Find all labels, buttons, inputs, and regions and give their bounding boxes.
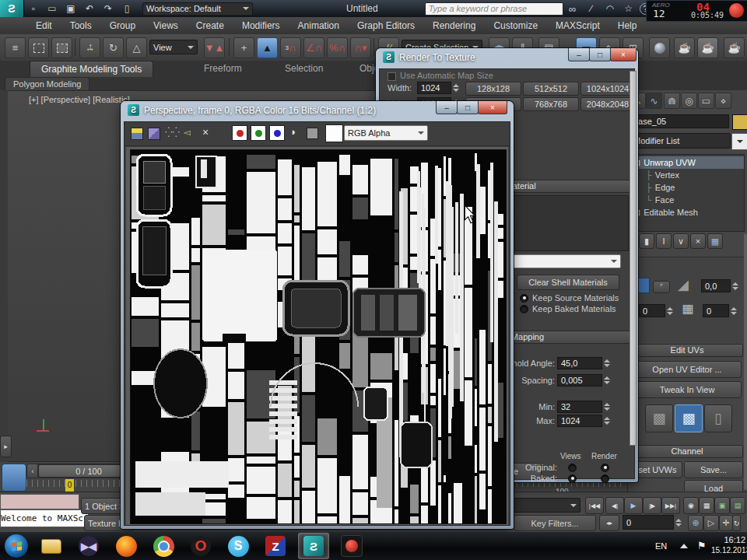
open-uv-editor-button[interactable]: Open UV Editor ...	[633, 361, 742, 378]
stack-item-edge[interactable]: ├Edge	[629, 181, 744, 194]
taskbar-3dsmax-icon[interactable]: Ƨ	[298, 533, 329, 559]
previous-frame-button[interactable]: ◀|	[605, 497, 624, 514]
size-128-button[interactable]: 128x128	[465, 82, 521, 96]
favorites-star-icon[interactable]: ☆	[621, 2, 637, 15]
threshold-angle-field[interactable]: 45,0	[557, 357, 602, 369]
red-channel-icon[interactable]	[232, 125, 247, 141]
taskbar-clock[interactable]: 16:12 15.12.2013	[711, 534, 745, 558]
menu-graph-editors[interactable]: Graph Editors	[357, 20, 415, 31]
rtt-maximize-button[interactable]: □	[589, 48, 611, 61]
clear-image-icon[interactable]: ×	[202, 126, 209, 138]
stack-item-face[interactable]: └Face	[629, 194, 744, 206]
width-field[interactable]: 1024	[417, 82, 451, 94]
show-end-result-icon[interactable]: I	[656, 233, 672, 249]
viewport-layout-tab[interactable]	[2, 464, 26, 492]
print-image-icon[interactable]: ◅	[184, 127, 191, 138]
communication-center-icon[interactable]: ∕	[584, 2, 599, 15]
modifier-list-arrow-button[interactable]	[731, 133, 747, 150]
3dsmax-logo-icon[interactable]: Ƨ	[0, 0, 24, 17]
show-hidden-icons-arrow[interactable]	[680, 544, 688, 548]
tab-motion[interactable]: ◎	[681, 93, 697, 109]
menu-customize[interactable]: Customize	[493, 20, 538, 31]
subtab-polygon-modeling[interactable]: Polygon Modeling	[5, 77, 89, 90]
green-channel-icon[interactable]	[251, 125, 266, 141]
key-filters-button[interactable]: Key Filters...	[514, 515, 596, 531]
blue-channel-icon[interactable]	[269, 125, 285, 141]
search-input[interactable]	[425, 2, 563, 16]
stack-item-vertex[interactable]: ├Vertex	[629, 169, 744, 181]
menu-maxscript[interactable]: MAXScript	[556, 20, 600, 31]
original-views-radio[interactable]	[568, 464, 577, 472]
paint-selection-icon[interactable]	[51, 37, 72, 58]
zoom-region-icon[interactable]: ⊕	[688, 515, 703, 531]
auto-key-icon[interactable]: ▣	[714, 497, 730, 514]
tweak-in-view-button[interactable]: Tweak In View	[633, 381, 742, 398]
tab-selection[interactable]: Selection	[274, 61, 334, 76]
min-field[interactable]: 32	[557, 401, 602, 413]
stack-item-unwrap-uvw[interactable]: ⊡Unwrap UVW	[629, 156, 744, 169]
monochrome-icon[interactable]	[307, 128, 318, 139]
save-uvws-button[interactable]: Save...	[684, 461, 743, 478]
menu-views[interactable]: Views	[153, 20, 178, 31]
object-name-field[interactable]: base_05	[630, 114, 729, 128]
select-move-icon[interactable]: ↔↔	[79, 37, 100, 58]
orbit-icon[interactable]: ↻	[732, 515, 741, 531]
menu-animation[interactable]: Animation	[298, 20, 339, 31]
uvw-planar-icon[interactable]: ▯	[704, 404, 732, 432]
rtt-scrollbar[interactable]	[630, 71, 637, 446]
uvw-unfold-icon[interactable]: ▩	[675, 404, 703, 432]
record-button[interactable]	[729, 3, 744, 18]
viewport-label[interactable]: [+] [Perspective] [Realistic]	[29, 95, 130, 104]
width-spinner[interactable]	[453, 82, 459, 94]
pan-hand-icon[interactable]: ✛	[719, 515, 733, 531]
snap-toggle-3d-icon[interactable]: 3∩	[280, 37, 301, 58]
save-file-icon[interactable]: ▣	[63, 2, 79, 15]
alpha-channel-icon[interactable]: ◑	[289, 126, 296, 138]
menu-help[interactable]: Help	[618, 20, 637, 31]
keep-source-radio[interactable]	[520, 294, 528, 303]
language-indicator[interactable]: EN	[655, 541, 667, 551]
copy-image-icon[interactable]	[148, 128, 160, 140]
tab-modify[interactable]: ∿	[646, 93, 662, 109]
start-button[interactable]	[5, 534, 28, 558]
rtt-close-button[interactable]: ×	[610, 48, 637, 61]
select-rotate-icon[interactable]: ↻	[103, 37, 124, 58]
size-2048-button[interactable]: 2048x2048	[580, 97, 635, 111]
tile-v-field[interactable]: 0	[703, 304, 729, 317]
menu-tools[interactable]: Tools	[70, 20, 92, 31]
uvw-map-icon[interactable]: ▩	[645, 404, 673, 432]
original-render-radio[interactable]	[601, 464, 609, 472]
make-unique-icon[interactable]: ∨	[673, 233, 689, 249]
select-by-name-icon[interactable]: ≡	[5, 37, 26, 58]
go-to-start-button[interactable]: |◀◀	[585, 497, 604, 514]
select-scale-icon[interactable]: △	[126, 37, 147, 58]
search-icon[interactable]: ∞	[565, 2, 580, 15]
taskbar-firefox-icon[interactable]	[111, 534, 141, 558]
rtt-dialog-titlebar[interactable]: Ƨ Render To Texture	[383, 51, 475, 63]
auto-map-checkbox[interactable]	[388, 72, 396, 81]
size-512-button[interactable]: 512x512	[523, 82, 579, 96]
undo-icon[interactable]: ↶	[82, 2, 97, 15]
size-768-button[interactable]: 768x768	[523, 97, 579, 111]
tab-freeform[interactable]: Freeform	[193, 61, 253, 76]
rfw-maximize-button[interactable]: □	[457, 101, 479, 114]
rectangular-selection-icon[interactable]	[28, 37, 49, 58]
fold-icon[interactable]: ◢	[678, 276, 698, 293]
zoom-extents-icon[interactable]: ▷	[703, 515, 719, 531]
tab-display[interactable]: ▭	[698, 93, 714, 109]
fold-angle-spinner[interactable]	[732, 279, 738, 292]
clear-shell-materials-button[interactable]: Clear Shell Materials	[517, 275, 619, 290]
next-frame-button[interactable]: |▶	[643, 497, 661, 514]
time-configuration-icon[interactable]: ▦	[699, 497, 714, 514]
render-production-icon[interactable]: ☕	[724, 37, 745, 58]
tile-v-spinner[interactable]	[731, 304, 737, 317]
edit-uvs-rollout-header[interactable]: Edit UVs	[631, 344, 743, 357]
object-color-swatch[interactable]	[732, 114, 747, 130]
rtt-minimize-button[interactable]: –	[568, 48, 590, 61]
max-field[interactable]: 1024	[557, 415, 602, 427]
tab-hierarchy[interactable]: ⋒	[664, 93, 680, 109]
use-center-icon[interactable]: ▼▲	[204, 37, 225, 58]
spacing-field[interactable]: 0,005	[557, 374, 602, 387]
channel-display-dropdown[interactable]: RGB Alpha	[344, 125, 428, 141]
fold-angle-field[interactable]: 0,0	[701, 279, 731, 292]
